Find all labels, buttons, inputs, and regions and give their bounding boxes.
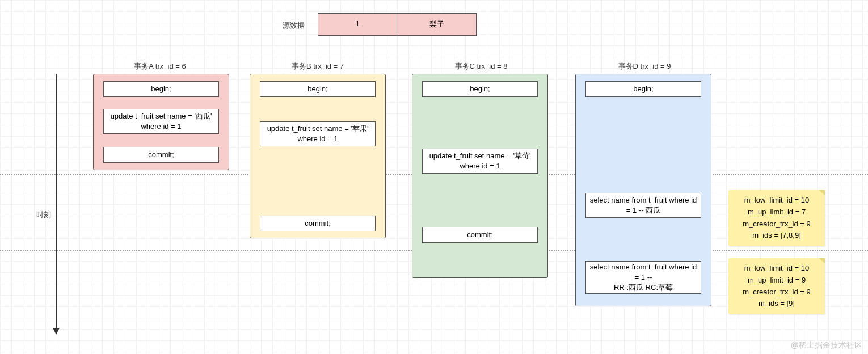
watermark: @稀土掘金技术社区 — [791, 340, 862, 351]
tx-c-begin: begin; — [422, 81, 538, 97]
note-2-line-1: m_up_limit_id = 9 — [734, 275, 819, 286]
tx-d-begin: begin; — [585, 81, 701, 97]
timeline-arrow-line — [56, 74, 57, 329]
tx-b-title: 事务B trx_id = 7 — [261, 61, 374, 71]
note-2-line-3: m_ids = [9] — [734, 298, 819, 310]
tx-b-update: update t_fruit set name = '苹果' where id … — [260, 121, 376, 146]
note-1-line-1: m_up_limit_id = 7 — [734, 206, 819, 218]
tx-c-update: update t_fruit set name = '草莓' where id … — [422, 149, 538, 174]
source-col-name: 梨子 — [397, 14, 476, 35]
tx-d-title: 事务D trx_id = 9 — [588, 61, 701, 71]
note-1-line-3: m_ids = [7,8,9] — [734, 230, 819, 242]
tx-c-box — [412, 74, 548, 278]
tx-d-select-2: select name from t_fruit where id = 1 --… — [585, 261, 701, 294]
note-2-line-2: m_creator_trx_id = 9 — [734, 286, 819, 298]
tx-b-begin: begin; — [260, 81, 376, 97]
note-1-line-2: m_creator_trx_id = 9 — [734, 218, 819, 230]
tx-a-update: update t_fruit set name = '西瓜' where id … — [103, 109, 219, 134]
source-col-id: 1 — [318, 14, 397, 35]
timeline-arrow-head — [53, 328, 60, 335]
tx-b-box — [250, 74, 386, 238]
tx-d-select-1: select name from t_fruit where id = 1 --… — [585, 193, 701, 218]
tx-a-commit: commit; — [103, 147, 219, 163]
read-view-note-2: m_low_limit_id = 10 m_up_limit_id = 9 m_… — [728, 258, 825, 314]
source-data-label: 源数据 — [273, 20, 313, 31]
tx-c-commit: commit; — [422, 227, 538, 243]
tx-c-title: 事务C trx_id = 8 — [424, 61, 538, 71]
source-data-table: 1 梨子 — [318, 13, 477, 36]
note-2-line-0: m_low_limit_id = 10 — [734, 263, 819, 275]
tx-a-begin: begin; — [103, 81, 219, 97]
tx-b-commit: commit; — [260, 216, 376, 231]
read-view-note-1: m_low_limit_id = 10 m_up_limit_id = 7 m_… — [728, 190, 825, 246]
note-1-line-0: m_low_limit_id = 10 — [734, 195, 819, 206]
tx-a-title: 事务A trx_id = 6 — [103, 61, 217, 71]
timeline-label: 时刻 — [35, 210, 52, 220]
